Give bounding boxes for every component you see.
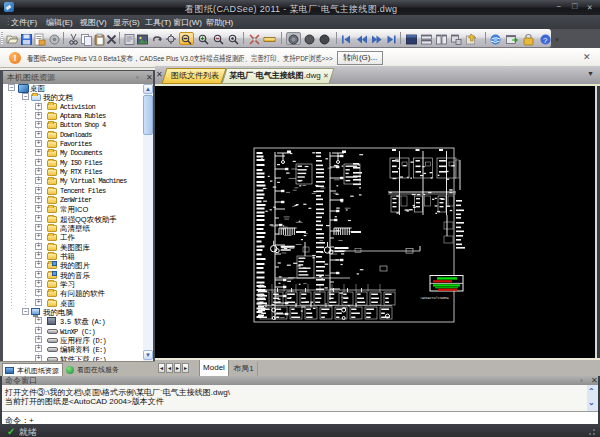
svg-text:#ANDAXTU/STARMA: #ANDAXTU/STARMA	[420, 296, 449, 300]
svg-text:?: ?	[543, 36, 548, 45]
